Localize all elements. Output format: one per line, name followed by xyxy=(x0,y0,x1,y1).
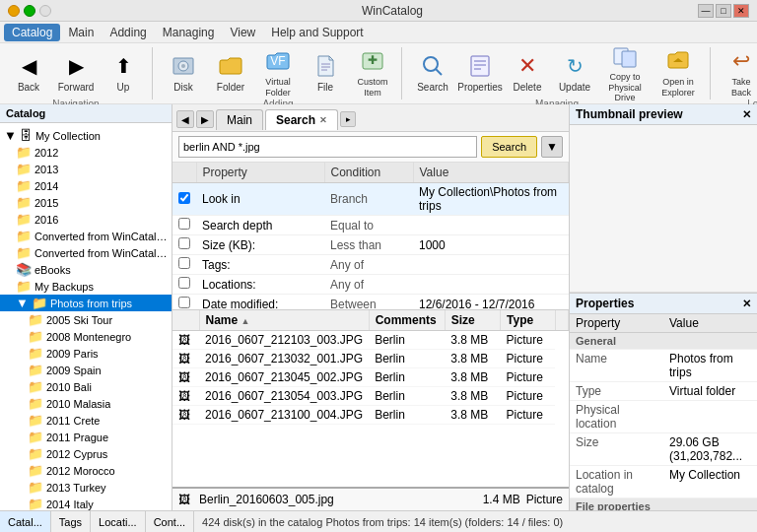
criteria-check[interactable] xyxy=(178,237,190,249)
file-col-type[interactable]: Type xyxy=(501,310,556,331)
tree-label: My Collection xyxy=(35,130,101,142)
svg-line-10 xyxy=(436,69,442,75)
search-input[interactable] xyxy=(178,136,477,158)
thumbnail-panel-close[interactable]: ✕ xyxy=(742,108,751,121)
custom-item-button[interactable]: ✚ CustomItem xyxy=(350,47,395,99)
copy-icon xyxy=(611,42,639,70)
statusbar: Catal... Tags Locati... Cont... 424 disk… xyxy=(0,510,757,532)
maximize-button[interactable]: □ xyxy=(716,4,731,18)
toolbar-group-adding: Disk Folder VF VirtualFolder File xyxy=(155,47,402,100)
folder-button[interactable]: Folder xyxy=(208,47,253,99)
criteria-condition: Any of xyxy=(324,275,413,295)
file-name: 2016_0607_213100_004.JPG xyxy=(199,406,369,425)
file-col-comments[interactable]: Comments xyxy=(369,310,445,331)
tree-item-2009-paris[interactable]: 📁 2009 Paris xyxy=(0,345,172,362)
tree-label: eBooks xyxy=(34,264,71,276)
delete-button[interactable]: ✕ Delete xyxy=(505,47,550,99)
criteria-check[interactable] xyxy=(178,218,190,230)
svg-point-2 xyxy=(181,64,185,68)
file-col-name[interactable]: Name ▲ xyxy=(199,310,369,331)
tab-nav-back[interactable]: ◀ xyxy=(176,110,194,128)
status-tab-tags[interactable]: Tags xyxy=(51,511,91,532)
tab-main[interactable]: Main xyxy=(216,109,263,130)
tree-item-2010-malasia[interactable]: 📁 2010 Malasia xyxy=(0,395,172,412)
tree-label: 2016 xyxy=(34,214,58,226)
tab-search-close[interactable]: ✕ xyxy=(319,115,327,125)
file-list: Name ▲ Comments Size Type 🖼 2016_0607_21… xyxy=(172,310,569,425)
tree-item-2014-italy[interactable]: 📁 2014 Italy xyxy=(0,496,172,510)
close-button[interactable]: ✕ xyxy=(733,4,749,18)
tree-item-ebooks[interactable]: 📚 eBooks xyxy=(0,261,172,278)
prop-row: Location in catalog My Collection xyxy=(570,466,757,499)
tree-item-2013-turkey[interactable]: 📁 2013 Turkey xyxy=(0,479,172,496)
search-execute-button[interactable]: Search xyxy=(481,136,537,158)
file-button[interactable]: File xyxy=(303,47,348,99)
status-tab-cont[interactable]: Cont... xyxy=(146,511,194,532)
back-button[interactable]: ◀ Back xyxy=(6,47,51,99)
search-button[interactable]: Search xyxy=(410,47,455,99)
table-row[interactable]: 🖼 2016_0607_213045_002.JPG Berlin 3.8 MB… xyxy=(172,368,569,387)
tree-item-converted-light[interactable]: 📁 Converted from WinCatalog Light Co xyxy=(0,228,172,244)
tree-item-2005[interactable]: 📁 2005 Ski Tour xyxy=(0,311,172,328)
tree-item-2009-spain[interactable]: 📁 2009 Spain xyxy=(0,362,172,378)
tree-item-2008[interactable]: 📁 2008 Montenegro xyxy=(0,328,172,345)
properties-panel-close[interactable]: ✕ xyxy=(742,298,751,310)
tab-nav-forward[interactable]: ▶ xyxy=(196,110,214,128)
tree-item-my-collection[interactable]: ▼ 🗄 My Collection xyxy=(0,127,172,144)
file-type: Picture xyxy=(501,387,556,406)
criteria-check[interactable] xyxy=(178,257,190,269)
prop-value: Photos from trips xyxy=(663,350,757,382)
disk-button[interactable]: Disk xyxy=(161,47,206,99)
tree-item-converted-2009[interactable]: 📁 Converted from WinCatalog 2009 Col xyxy=(0,244,172,261)
copy-to-physical-button[interactable]: Copy toPhysical Drive xyxy=(599,47,651,99)
file-type: Picture xyxy=(501,350,556,368)
menu-managing[interactable]: Managing xyxy=(155,24,223,41)
tree-item-2012[interactable]: 📁 2012 xyxy=(0,144,172,161)
tree-item-photos-from-trips[interactable]: ▼ 📁 Photos from trips xyxy=(0,295,172,311)
forward-button[interactable]: ▶ Forward xyxy=(53,47,99,99)
prop-col-value: Value xyxy=(663,314,757,333)
minimize-button[interactable]: — xyxy=(698,4,714,18)
table-row[interactable]: 🖼 2016_0607_213054_003.JPG Berlin 3.8 MB… xyxy=(172,387,569,406)
file-type: Picture xyxy=(501,368,556,387)
take-back-button[interactable]: ↩ TakeBack xyxy=(719,47,757,99)
menu-help[interactable]: Help and Support xyxy=(263,24,371,41)
table-row[interactable]: 🖼 2016_0607_213032_001.JPG Berlin 3.8 MB… xyxy=(172,350,569,368)
menu-adding[interactable]: Adding xyxy=(102,24,154,41)
criteria-check[interactable] xyxy=(178,277,190,289)
open-in-explorer-button[interactable]: Open inExplorer xyxy=(653,47,704,99)
prop-value: Virtual folder xyxy=(663,382,757,401)
status-tab-locati[interactable]: Locati... xyxy=(91,511,146,532)
tree-item-2015[interactable]: 📁 2015 xyxy=(0,194,172,211)
update-button[interactable]: ↻ Update xyxy=(552,47,597,99)
menu-catalog[interactable]: Catalog xyxy=(4,24,60,41)
table-row[interactable]: 🖼 2016_0607_213100_004.JPG Berlin 3.8 MB… xyxy=(172,406,569,425)
tree-item-2013[interactable]: 📁 2013 xyxy=(0,161,172,177)
tree-item-2012-morocco[interactable]: 📁 2012 Morocco xyxy=(0,462,172,479)
tree-item-2010-bali[interactable]: 📁 2010 Bali xyxy=(0,378,172,395)
virtual-folder-button[interactable]: VF VirtualFolder xyxy=(255,47,301,99)
tree-item-2012-cyprus[interactable]: 📁 2012 Cyprus xyxy=(0,445,172,462)
properties-button[interactable]: Properties xyxy=(457,47,503,99)
status-tab-catalog[interactable]: Catal... xyxy=(0,511,51,532)
tree-item-2014[interactable]: 📁 2014 xyxy=(0,177,172,194)
file-name: 2016_0607_213054_003.JPG xyxy=(199,387,369,406)
criteria-value xyxy=(413,216,569,235)
tree-item-2011-crete[interactable]: 📁 2011 Crete xyxy=(0,412,172,429)
tree-item-2016[interactable]: 📁 2016 xyxy=(0,211,172,228)
criteria-check[interactable] xyxy=(178,297,190,308)
tab-add-button[interactable]: ▸ xyxy=(340,111,356,127)
table-row[interactable]: 🖼 2016_0607_212103_003.JPG Berlin 3.8 MB… xyxy=(172,331,569,350)
prop-row: Size 29.06 GB (31,203,782... xyxy=(570,433,757,466)
criteria-col-check xyxy=(172,163,196,183)
prop-name: Location in catalog xyxy=(570,466,663,499)
tree-item-my-backups[interactable]: 📁 My Backups xyxy=(0,278,172,295)
criteria-check[interactable] xyxy=(178,192,190,204)
up-button[interactable]: ⬆ Up xyxy=(101,47,146,99)
menu-main[interactable]: Main xyxy=(60,24,102,41)
tab-search[interactable]: Search ✕ xyxy=(265,109,338,130)
file-col-size[interactable]: Size xyxy=(445,310,500,331)
tree-item-2011-prague[interactable]: 📁 2011 Prague xyxy=(0,429,172,445)
search-options-button[interactable]: ▼ xyxy=(541,136,563,158)
menu-view[interactable]: View xyxy=(222,24,263,41)
